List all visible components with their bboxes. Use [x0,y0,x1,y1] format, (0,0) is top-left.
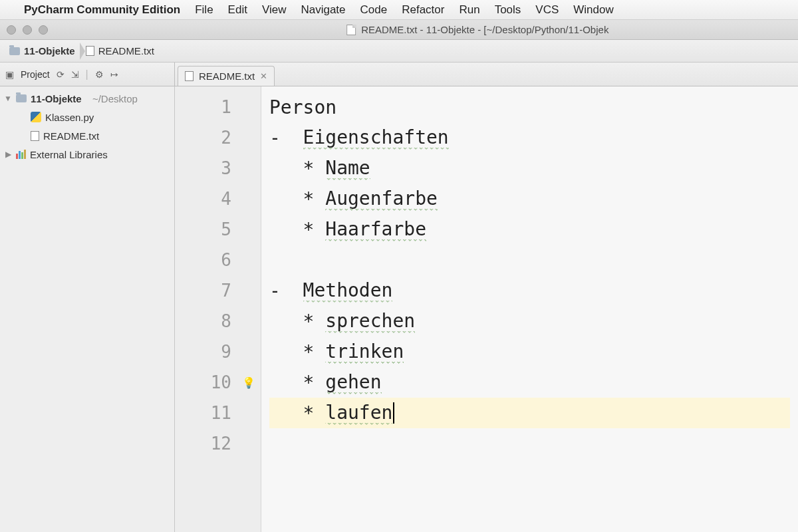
tree-file-readme[interactable]: README.txt [0,126,174,145]
tree-root[interactable]: ▼ 11-Objekte ~/Desktop [0,89,174,108]
folder-icon [9,47,20,55]
code-line[interactable]: * Haarfarbe [269,214,790,245]
folder-icon [16,94,27,102]
traffic-lights [7,25,48,35]
hide-icon[interactable]: ↦ [110,69,118,80]
code-area[interactable]: Person- Eigenschaften * Name * Augenfarb… [261,86,798,532]
zoom-window-icon[interactable] [39,25,48,35]
document-icon [346,25,356,35]
line-number: 5 [175,214,261,245]
breadcrumb: 11-Objekte README.txt [0,40,798,63]
code-text: * [269,219,325,241]
code-text: - [269,127,303,149]
menu-file[interactable]: File [195,3,213,17]
code-line[interactable]: * Name [269,153,790,184]
line-number: 8 [175,306,261,336]
file-icon [86,46,94,56]
menu-code[interactable]: Code [360,3,388,17]
sync-icon[interactable]: ⟳ [57,69,65,80]
project-tool-label[interactable]: Project [21,69,50,80]
code-text: * [269,402,325,424]
menu-navigate[interactable]: Navigate [301,3,345,17]
line-number: 10💡 [175,367,261,398]
line-number: 2 [175,122,261,153]
close-window-icon[interactable] [7,25,16,35]
code-text: Person [269,96,336,118]
file-icon [185,71,194,81]
code-line[interactable] [269,245,790,275]
project-tree[interactable]: ▼ 11-Objekte ~/Desktop Klassen.py README… [0,86,175,532]
menu-run[interactable]: Run [459,3,479,17]
project-tool-icon[interactable]: ▣ [5,69,14,80]
code-line[interactable]: * Augenfarbe [269,184,790,214]
code-line[interactable]: Person [269,92,790,122]
line-number: 3 [175,153,261,184]
window-title-text: README.txt - 11-Objekte - [~/Desktop/Pyt… [361,24,608,35]
tree-external-label: External Libraries [30,149,108,160]
code-text: - [269,280,303,302]
spellcheck-word: Haarfarbe [325,218,426,241]
window-title: README.txt - 11-Objekte - [~/Desktop/Pyt… [346,24,608,35]
app-name[interactable]: PyCharm Community Edition [24,3,180,17]
text-cursor [393,402,394,424]
minimize-window-icon[interactable] [23,25,32,35]
code-line[interactable]: * sprechen [269,306,790,336]
spellcheck-word: Eigenschaften [303,126,449,150]
mac-menubar: PyCharm Community Edition File Edit View… [0,0,798,20]
text-file-icon [31,131,39,141]
editor-tabs: README.txt ✕ [175,63,275,86]
spellcheck-word: sprechen [325,310,415,333]
breadcrumb-file[interactable]: README.txt [80,40,160,62]
code-text: * [269,311,325,332]
spellcheck-word: Augenfarbe [325,188,438,211]
chevron-right-icon[interactable]: ▶ [4,150,12,159]
code-line[interactable]: * laufen [269,398,790,428]
line-number: 11 [175,398,261,428]
spellcheck-word: Name [325,157,370,180]
menu-tools[interactable]: Tools [495,3,521,17]
spellcheck-word: trinken [325,340,404,364]
spellcheck-word: Methoden [303,279,393,303]
menu-vcs[interactable]: VCS [535,3,559,17]
tree-root-path: ~/Desktop [92,93,138,104]
tree-external-libraries[interactable]: ▶ External Libraries [0,145,174,164]
code-line[interactable]: * trinken [269,336,790,367]
tree-file-label: Klassen.py [45,112,94,123]
code-text: * [269,158,325,180]
menu-window[interactable]: Window [573,3,613,17]
menu-refactor[interactable]: Refactor [402,3,444,17]
project-toolwindow-header: ▣ Project ⟳ ⇲ | ⚙ ↦ [0,63,175,86]
window-titlebar: README.txt - 11-Objekte - [~/Desktop/Pyt… [0,20,798,40]
line-number: 1 [175,92,261,122]
libraries-icon [16,150,26,159]
line-number: 9 [175,336,261,367]
toolstrip: ▣ Project ⟳ ⇲ | ⚙ ↦ README.txt ✕ [0,63,798,86]
line-number: 4 [175,184,261,214]
tree-root-name: 11-Objekte [31,93,82,104]
tab-readme[interactable]: README.txt ✕ [178,66,275,86]
intention-bulb-icon[interactable]: 💡 [242,376,255,389]
code-line[interactable] [269,428,790,459]
line-number: 7 [175,275,261,306]
gear-icon[interactable]: ⚙ [95,69,104,80]
breadcrumb-project-label: 11-Objekte [24,45,75,57]
python-file-icon [31,112,41,122]
breadcrumb-project[interactable]: 11-Objekte [4,40,80,62]
code-text: * [269,188,325,210]
code-line[interactable]: - Methoden [269,275,790,306]
chevron-down-icon[interactable]: ▼ [4,94,12,103]
code-text: * [269,372,325,394]
code-line[interactable]: - Eigenschaften [269,122,790,153]
close-tab-icon[interactable]: ✕ [260,71,267,81]
spellcheck-word: laufen [325,402,392,425]
menu-view[interactable]: View [262,3,287,17]
tree-file-label: README.txt [43,130,99,142]
collapse-icon[interactable]: ⇲ [71,69,79,80]
breadcrumb-file-label: README.txt [98,45,154,57]
code-line[interactable]: * gehen [269,367,790,398]
menu-edit[interactable]: Edit [228,3,247,17]
line-gutter: 12345678910💡1112 [175,86,261,532]
tree-file-klassen[interactable]: Klassen.py [0,108,174,126]
line-number: 12 [175,428,261,459]
editor[interactable]: 12345678910💡1112 Person- Eigenschaften *… [175,86,798,532]
